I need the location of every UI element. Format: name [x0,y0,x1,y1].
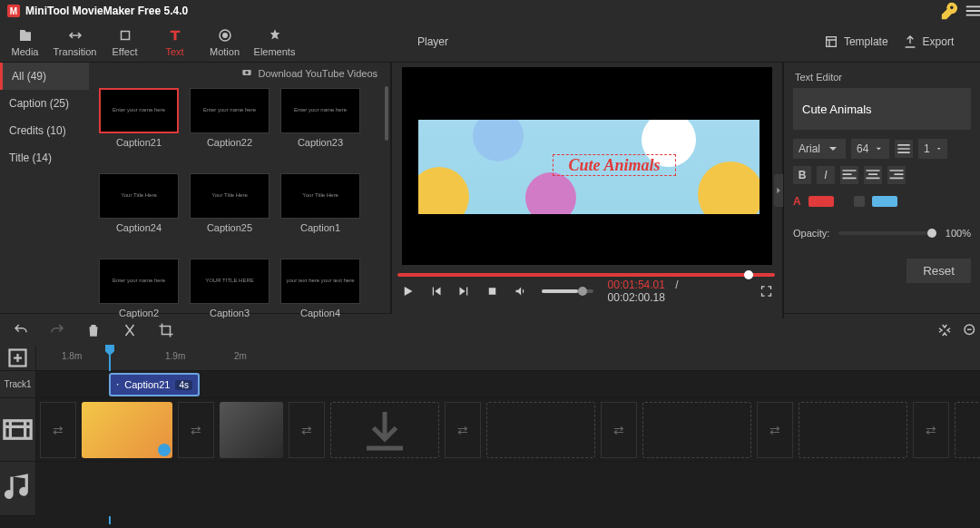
delete-button[interactable] [85,322,102,338]
category-all[interactable]: All (49) [0,63,89,90]
prev-button[interactable] [429,284,443,298]
drop-slot[interactable] [642,402,751,458]
collapse-props-handle[interactable] [774,174,783,207]
play-button[interactable] [401,284,415,298]
activate-icon[interactable] [938,1,962,21]
current-time: 00:01:54.01 [608,279,665,291]
thumb-caption24[interactable]: Your Title Here [99,173,179,219]
thumb-label: Caption1 [300,222,340,233]
font-size-value: 64 [857,142,868,155]
thumb-caption21[interactable]: Enter your name here [99,88,179,133]
thumb-caption23[interactable]: Enter your name here [280,88,360,133]
transition-slot[interactable]: ⇄ [445,402,481,458]
svg-rect-5 [827,37,837,47]
next-button[interactable] [457,284,471,298]
video-clip-1[interactable] [82,402,172,458]
transition-slot[interactable]: ⇄ [913,402,949,458]
category-credits[interactable]: Credits (10) [0,117,89,144]
opacity-slider[interactable] [838,231,936,235]
titlebar: M MiniTool MovieMaker Free 5.4.0 [0,0,980,22]
drop-slot[interactable] [799,402,907,458]
thumb-caption3[interactable]: YOUR TITLE HERE [190,259,270,304]
align-center-button[interactable] [864,166,882,184]
template-label: Template [844,35,888,48]
split-button[interactable] [122,322,138,338]
transition-slot[interactable]: ⇄ [40,402,76,458]
tab-media[interactable]: Media [0,22,50,62]
template-button[interactable]: Template [824,34,888,49]
line-height-value: 1 [924,142,930,155]
text-track[interactable]: Caption21 4s [36,371,980,398]
thumb-label: Caption22 [207,137,252,148]
line-spacing-icon[interactable] [895,140,913,158]
tab-transition-label: Transition [54,46,97,57]
timeline-ruler[interactable]: 1.8m 1.9m 2m [36,346,980,371]
align-right-button[interactable] [887,166,906,184]
reset-button[interactable]: Reset [906,259,971,283]
highlight-icon [854,196,865,207]
bold-button[interactable]: B [793,166,811,184]
export-button[interactable]: Export [903,34,955,49]
thumb-caption4[interactable]: your text here your text here [280,259,360,304]
font-family-select[interactable]: Arial [793,139,846,159]
video-clip-2[interactable] [220,402,283,458]
add-track-button[interactable] [0,346,36,371]
video-track-icon [0,398,36,462]
fit-timeline-button[interactable] [936,322,953,338]
font-color-swatch[interactable] [808,196,834,207]
category-title[interactable]: Title (14) [0,144,89,171]
thumb-label: Caption24 [116,222,162,233]
thumb-caption22[interactable]: Enter your name here [190,88,270,133]
volume-slider[interactable] [542,289,593,293]
audio-track[interactable] [36,462,980,516]
svg-rect-12 [5,421,31,439]
text-icon [166,27,184,44]
effect-icon [116,27,134,44]
time-separator: / [675,279,678,291]
tab-text[interactable]: Text [150,22,200,62]
align-left-button[interactable] [840,166,858,184]
thumb-caption2[interactable]: Enter your name here [99,259,179,304]
tab-media-label: Media [12,46,39,57]
transition-slot[interactable]: ⇄ [757,402,793,458]
thumb-caption25[interactable]: Your Title Here [190,173,270,219]
thumb-caption1[interactable]: Your Title Here [280,173,360,219]
svg-point-7 [245,71,249,74]
tab-motion[interactable]: Motion [200,22,250,62]
volume-icon[interactable] [514,284,527,298]
drop-slot[interactable] [486,402,595,458]
text-overlay[interactable]: Cute Animals [553,154,676,176]
transition-slot[interactable]: ⇄ [601,402,637,458]
drop-slot[interactable] [330,402,439,458]
stop-button[interactable] [485,284,499,298]
zoom-out-button[interactable] [962,322,978,338]
menu-icon[interactable] [962,1,980,21]
transition-slot[interactable]: ⇄ [289,402,325,458]
tab-transition[interactable]: Transition [50,22,100,62]
font-color-icon: A [793,195,801,208]
highlight-swatch[interactable] [872,196,897,207]
tab-elements[interactable]: Elements [250,22,299,62]
seek-bar[interactable] [397,273,775,277]
library-scrollbar[interactable] [385,86,388,141]
undo-button[interactable] [13,322,29,338]
crop-button[interactable] [158,322,174,338]
thumb-label: Caption2 [119,308,159,318]
italic-button[interactable]: I [817,166,835,184]
redo-button[interactable] [49,322,65,338]
fullscreen-button[interactable] [760,284,773,298]
tab-text-label: Text [165,46,183,57]
thumb-label: Caption23 [298,137,343,148]
text-input[interactable] [793,88,971,130]
line-height-select[interactable]: 1 [918,139,947,159]
drop-slot[interactable] [955,402,980,458]
text-editor-label: Text Editor [784,63,980,88]
transition-slot[interactable]: ⇄ [178,402,214,458]
tab-effect[interactable]: Effect [100,22,150,62]
category-caption[interactable]: Caption (25) [0,90,89,117]
text-clip[interactable]: Caption21 4s [109,373,200,396]
download-label[interactable]: Download YouTube Videos [259,68,378,79]
font-size-select[interactable]: 64 [851,139,889,159]
library-categories: All (49) Caption (25) Credits (10) Title… [0,63,89,318]
video-track[interactable]: ⇄ ⇄ ⇄ ⇄ ⇄ ⇄ ⇄ [36,398,980,462]
